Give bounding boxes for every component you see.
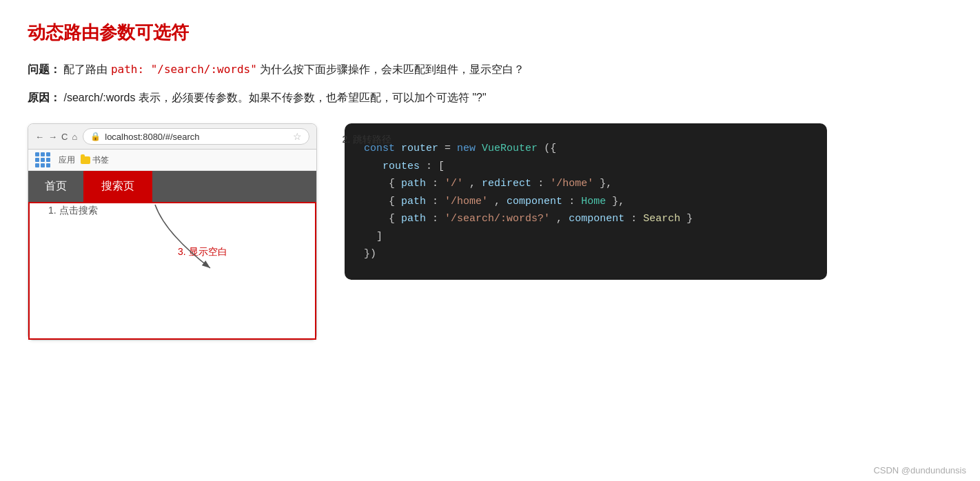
code-line-2: routes : [ bbox=[364, 158, 808, 176]
refresh-icon[interactable]: C bbox=[61, 132, 68, 142]
browser-mock: ← → C ⌂ 🔒 localhost:8080/#/search ☆ bbox=[28, 123, 317, 340]
reason-text: /search/:words 表示，必须要传参数。如果不传参数，也希望匹配，可以… bbox=[63, 92, 486, 103]
question-text: 配了路由 bbox=[63, 63, 110, 75]
app-nav: 首页 搜索页 bbox=[28, 171, 316, 202]
browser-toolbar: ← → C ⌂ 🔒 localhost:8080/#/search ☆ bbox=[28, 124, 316, 150]
question-text2: 为什么按下面步骤操作，会未匹配到组件，显示空白？ bbox=[260, 63, 524, 75]
page-title: 动态路由参数可选符 bbox=[28, 21, 952, 45]
bookmark-apps-label: 应用 bbox=[59, 154, 75, 166]
browser-window: ← → C ⌂ 🔒 localhost:8080/#/search ☆ bbox=[28, 123, 317, 340]
nav-item-home[interactable]: 首页 bbox=[28, 171, 83, 202]
folder-icon bbox=[81, 156, 90, 164]
question-code: path: "/search/:words" bbox=[111, 63, 257, 76]
forward-icon[interactable]: → bbox=[48, 132, 57, 142]
home-icon[interactable]: ⌂ bbox=[72, 132, 77, 142]
code-line-4: { path : '/home' , component : Home }, bbox=[364, 193, 808, 211]
code-block: const router = new VueRouter ({ routes :… bbox=[345, 123, 827, 280]
browser-bookmarks: 应用 书签 bbox=[28, 150, 316, 171]
code-line-6: ] bbox=[364, 228, 808, 246]
code-line-5: { path : '/search/:words?' , component :… bbox=[364, 210, 808, 228]
code-line-1: const router = new VueRouter ({ bbox=[364, 140, 808, 158]
annotation-blank: 3. 显示空白 bbox=[178, 246, 227, 258]
content-area: ← → C ⌂ 🔒 localhost:8080/#/search ☆ bbox=[28, 123, 952, 340]
browser-address-bar[interactable]: 🔒 localhost:8080/#/search ☆ bbox=[83, 128, 309, 145]
empty-content-area bbox=[28, 202, 316, 340]
code-line-7: }) bbox=[364, 245, 808, 263]
annotation-jump: 2. 跳转路径 bbox=[342, 134, 391, 146]
apps-icon[interactable] bbox=[35, 152, 50, 167]
watermark: CSDN @dundundunsis bbox=[873, 465, 966, 475]
star-icon[interactable]: ☆ bbox=[293, 131, 302, 142]
browser-url: localhost:8080/#/search bbox=[105, 132, 199, 142]
question-label: 问题： bbox=[28, 63, 61, 75]
annotation-click: 1. 点击搜索 bbox=[48, 205, 98, 217]
browser-nav-icons: ← → C ⌂ bbox=[35, 132, 77, 142]
nav-item-search[interactable]: 搜索页 bbox=[83, 171, 152, 202]
bookmark-folder-label: 书签 bbox=[92, 154, 109, 166]
code-line-3: { path : '/' , redirect : '/home' }, bbox=[364, 175, 808, 193]
bookmark-folder[interactable]: 书签 bbox=[81, 154, 109, 166]
reason-line: 原因： /search/:words 表示，必须要传参数。如果不传参数，也希望匹… bbox=[28, 88, 952, 107]
back-icon[interactable]: ← bbox=[35, 132, 44, 142]
reason-label: 原因： bbox=[28, 92, 61, 103]
question-line: 问题： 配了路由 path: "/search/:words" 为什么按下面步骤… bbox=[28, 60, 952, 79]
